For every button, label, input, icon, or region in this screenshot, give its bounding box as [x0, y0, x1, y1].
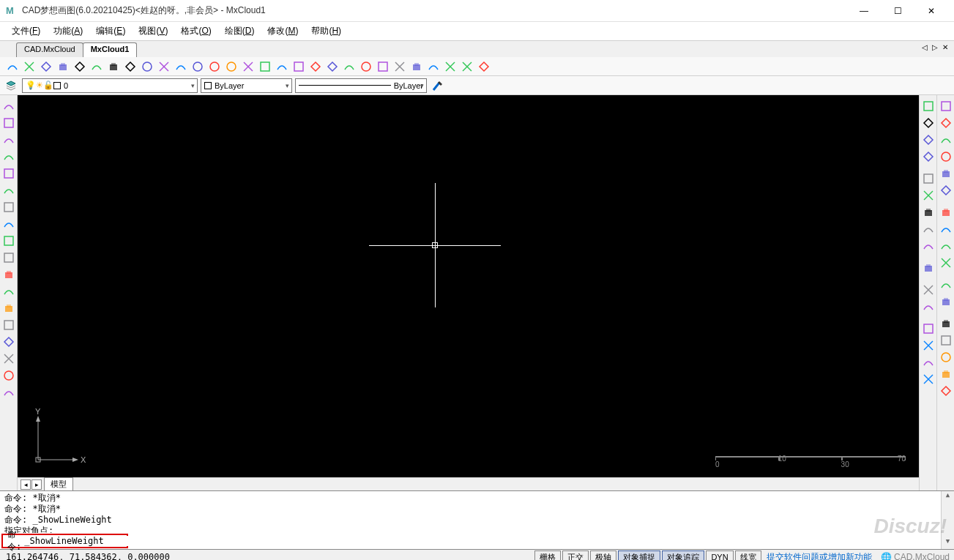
pan-button[interactable] — [139, 59, 155, 75]
tab-next-button[interactable]: ▷ — [931, 43, 939, 51]
palette-button[interactable] — [476, 59, 492, 75]
open-button[interactable] — [21, 59, 37, 75]
status-toggle-栅格[interactable]: 栅格 — [534, 550, 561, 561]
block-ins-button[interactable] — [1, 317, 17, 333]
status-toggle-对象捕捉[interactable]: 对象捕捉 — [618, 550, 660, 561]
paste-obj-button[interactable] — [920, 149, 936, 165]
fillet-r-button[interactable] — [920, 204, 936, 220]
layer-manager-button[interactable] — [3, 78, 19, 94]
lineweight-button[interactable] — [291, 59, 307, 75]
command-input[interactable] — [24, 536, 136, 546]
paste-button[interactable] — [308, 59, 324, 75]
highlight-button[interactable] — [938, 98, 954, 114]
copy2-button[interactable] — [920, 132, 936, 148]
spline-button[interactable] — [1, 300, 17, 316]
attrib-button[interactable] — [341, 59, 357, 75]
close-button[interactable]: ✕ — [914, 0, 948, 22]
maximize-button[interactable]: ☐ — [881, 0, 914, 22]
zoom-button[interactable] — [206, 59, 223, 75]
ellipse-arc-button[interactable] — [1, 266, 17, 283]
mirror-v-button[interactable] — [938, 221, 954, 237]
dim-button[interactable] — [173, 59, 189, 75]
rotate-button[interactable] — [938, 149, 954, 165]
line-button[interactable] — [1, 98, 17, 114]
circle-opt-button[interactable] — [1, 199, 17, 215]
doc-tab[interactable]: MxCloud1 — [83, 42, 138, 57]
revcloud-button[interactable] — [1, 233, 17, 249]
target-button[interactable] — [223, 59, 239, 75]
dim-rad-button[interactable] — [920, 371, 936, 387]
block-button[interactable] — [324, 59, 340, 75]
doc-tab[interactable]: CAD.MxCloud — [16, 42, 83, 57]
saveas-button[interactable] — [72, 59, 88, 75]
tab-close-button[interactable]: ✕ — [941, 43, 950, 51]
eraser-button[interactable] — [240, 59, 256, 75]
donut-button[interactable] — [1, 283, 17, 299]
dim-lin-button[interactable] — [920, 321, 936, 337]
menu-v[interactable]: 视图(V) — [133, 23, 174, 40]
browser-button[interactable] — [425, 59, 441, 75]
layout-next-button[interactable]: ▸ — [31, 479, 42, 490]
brush-button[interactable] — [938, 277, 954, 293]
polygon-button[interactable] — [1, 149, 17, 165]
layer-selector[interactable]: 💡 ☀ 🔓 0 ▾ — [22, 78, 198, 93]
refresh-button[interactable] — [938, 115, 954, 131]
zoom-ext-button[interactable] — [122, 59, 138, 75]
rect-button[interactable] — [1, 165, 17, 182]
vtext-button[interactable] — [1, 367, 17, 384]
wrench-button[interactable] — [938, 366, 954, 382]
hatch-button[interactable] — [274, 59, 290, 75]
measure-angle-button[interactable] — [156, 59, 172, 75]
arc-tan2-button[interactable] — [920, 238, 936, 254]
arc-button[interactable] — [1, 182, 17, 198]
text-button[interactable] — [1, 334, 17, 350]
new-button[interactable] — [4, 59, 21, 75]
undo-button[interactable] — [375, 59, 391, 75]
redo-button[interactable] — [392, 59, 408, 75]
scroll-down-button[interactable]: ▼ — [946, 537, 950, 549]
circle-button[interactable] — [1, 216, 17, 232]
globe-button[interactable] — [938, 182, 954, 198]
scroll-up-button[interactable]: ▲ — [946, 491, 950, 503]
save-button[interactable] — [55, 59, 71, 75]
drawing-canvas[interactable]: Y X 10 70 0 30 — [18, 95, 919, 477]
tri-button[interactable] — [938, 383, 954, 399]
region-button[interactable] — [1, 384, 17, 400]
pline-button[interactable] — [1, 132, 17, 148]
table-button[interactable] — [1, 351, 17, 367]
ellipse-button[interactable] — [1, 250, 17, 266]
menu-d[interactable]: 绘图(D) — [219, 23, 261, 40]
layers-button[interactable] — [257, 59, 273, 75]
extend-button[interactable] — [938, 255, 954, 271]
hatch-ed-button[interactable] — [920, 299, 936, 315]
image-button[interactable] — [358, 59, 374, 75]
menu-h[interactable]: 帮助(H) — [305, 23, 347, 40]
layout-prev-button[interactable]: ◂ — [21, 479, 31, 490]
color-selector[interactable]: ByLayer ▾ — [201, 78, 292, 93]
zoom-realtime-button[interactable] — [190, 59, 206, 75]
world-button[interactable] — [442, 59, 458, 75]
zoom-in-button[interactable] — [105, 59, 122, 75]
xline-button[interactable] — [1, 115, 17, 131]
pdf-button[interactable] — [459, 59, 475, 75]
grid4-button[interactable] — [920, 171, 936, 187]
lineweight-button[interactable] — [430, 78, 446, 94]
arc-tan-button[interactable] — [920, 221, 936, 237]
model-tab[interactable]: 模型 — [44, 477, 73, 491]
status-toggle-极轴[interactable]: 极轴 — [590, 550, 616, 561]
dim-align-button[interactable] — [920, 337, 936, 354]
mirror-h-button[interactable] — [920, 187, 936, 204]
grid9-button[interactable] — [938, 204, 954, 220]
menu-m[interactable]: 修改(M) — [261, 23, 304, 40]
spark-button[interactable] — [938, 294, 954, 310]
status-toggle-正交[interactable]: 正交 — [562, 550, 589, 561]
command-scrollbar[interactable]: ▲ ▼ — [941, 491, 954, 549]
trim-button[interactable] — [938, 238, 954, 254]
folder-button[interactable] — [920, 282, 936, 298]
menu-f[interactable]: 文件(F) — [6, 23, 46, 40]
match-button[interactable] — [920, 260, 936, 276]
hammer-button[interactable] — [938, 332, 954, 348]
cube-button[interactable] — [938, 165, 954, 182]
minimize-button[interactable]: — — [847, 0, 881, 22]
linetype-selector[interactable]: ByLayer ▾ — [295, 78, 427, 93]
